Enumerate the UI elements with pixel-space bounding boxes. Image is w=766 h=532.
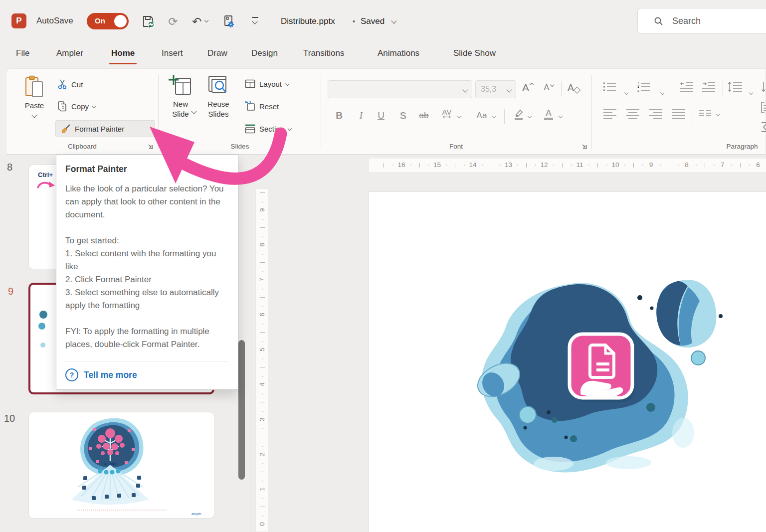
bullets-button[interactable] [603, 81, 616, 94]
bold-button[interactable]: B [332, 108, 347, 124]
thumbnail-scrollbar[interactable] [238, 340, 245, 480]
font-name-input[interactable] [328, 84, 435, 94]
align-right-button[interactable] [649, 109, 663, 122]
strikethrough-glyph: ab [419, 111, 429, 121]
h-ruler-number: 11 [574, 161, 586, 169]
text-shadow-button[interactable]: S [395, 108, 410, 124]
tab-slide-show[interactable]: Slide Show [453, 48, 496, 58]
copy-dropdown-chevron-icon[interactable] [92, 104, 96, 108]
convert-to-smartart-button[interactable] [761, 122, 766, 136]
line-spacing-button[interactable] [728, 81, 743, 94]
align-center-button[interactable] [626, 109, 640, 122]
undo-button[interactable]: ↶ [189, 13, 211, 30]
clear-formatting-button[interactable]: A [566, 80, 581, 96]
powerpoint-logo-icon[interactable]: P [11, 13, 26, 28]
tab-design[interactable]: Design [251, 48, 278, 58]
text-direction-button[interactable] [761, 81, 766, 95]
new-slide-button[interactable]: New Slide [165, 74, 196, 119]
slide-8-note: Ctrl+ [38, 171, 53, 178]
case-chevron-icon[interactable] [492, 114, 496, 118]
ruler-tick [535, 165, 536, 166]
strikethrough-button[interactable]: ab [416, 108, 431, 124]
tell-me-more-label: Tell me more [84, 370, 137, 380]
search-box[interactable] [637, 8, 766, 34]
redo-button[interactable]: ⟳ [165, 13, 182, 30]
slide-canvas[interactable] [369, 192, 766, 532]
v-ruler-number: 3 [258, 415, 266, 423]
h-ruler-number: 10 [609, 161, 622, 169]
ruler-tick [262, 254, 263, 255]
tell-me-more-link[interactable]: ? Tell me more [65, 368, 228, 381]
font-name-chevron-icon[interactable] [462, 87, 468, 92]
tab-insert[interactable]: Insert [162, 48, 183, 58]
font-size-input[interactable] [476, 84, 510, 94]
paste-button[interactable]: Paste [20, 75, 48, 117]
tab-animations[interactable]: Animations [378, 48, 419, 58]
autosave-toggle[interactable]: On [87, 13, 129, 29]
underline-button[interactable]: U [374, 108, 388, 124]
autosave-toggle-state: On [95, 16, 105, 25]
font-dialog-launcher-icon[interactable] [581, 143, 588, 150]
paragraph-group-label: Paragraph [700, 143, 766, 150]
columns-button[interactable] [699, 110, 712, 121]
copy-label: Copy [71, 102, 89, 111]
customize-qat-button[interactable] [246, 13, 263, 30]
save-status[interactable]: Saved [361, 16, 384, 26]
undo-dropdown-chevron-icon[interactable] [204, 18, 208, 22]
justify-icon [672, 109, 686, 120]
justify-button[interactable] [672, 109, 686, 122]
numbering-chevron-icon[interactable] [660, 91, 664, 95]
numbering-button[interactable] [637, 81, 650, 94]
save-button[interactable] [140, 13, 157, 30]
italic-button[interactable]: I [354, 108, 369, 124]
decrease-indent-button[interactable] [680, 81, 694, 94]
change-case-button[interactable]: Aa [474, 108, 489, 124]
tab-ampler[interactable]: Ampler [56, 48, 83, 58]
decrease-font-size-button[interactable]: A [541, 80, 556, 96]
align-left-button[interactable] [603, 109, 617, 122]
highlight-chevron-icon[interactable] [528, 114, 532, 118]
highlight-color-button[interactable] [511, 107, 526, 123]
h-ruler-number: 9 [645, 161, 658, 169]
customize-qat-icon [252, 17, 258, 18]
paste-dropdown-chevron-icon[interactable] [31, 112, 37, 118]
tab-file[interactable]: File [16, 48, 29, 58]
cut-button[interactable]: Cut [57, 77, 83, 92]
font-size-combo[interactable] [475, 80, 516, 98]
clear-formatting-glyph: A [568, 82, 574, 94]
layout-button[interactable]: Layout [245, 76, 289, 91]
ruler-tick [262, 289, 263, 290]
ruler-tick [696, 165, 697, 166]
new-slide-chevron-icon[interactable] [191, 108, 196, 114]
format-painter-button[interactable]: Format Painter [55, 120, 155, 137]
section-chevron-icon[interactable] [288, 127, 292, 131]
columns-chevron-icon[interactable] [716, 112, 720, 116]
title-separator: • [353, 17, 355, 25]
clipboard-dialog-launcher-icon[interactable] [147, 143, 154, 150]
align-text-button[interactable] [761, 102, 766, 116]
layout-chevron-icon[interactable] [285, 82, 289, 86]
spacing-chevron-icon[interactable] [457, 114, 461, 118]
font-color-button[interactable]: A [541, 107, 556, 123]
bullets-chevron-icon[interactable] [624, 91, 628, 95]
slide-thumbnail-10[interactable]: ampler ampler [28, 412, 214, 519]
character-spacing-button[interactable]: AV [439, 106, 454, 122]
section-button[interactable]: Section [245, 121, 291, 136]
tab-home[interactable]: Home [111, 48, 135, 58]
tab-transitions[interactable]: Transitions [303, 48, 345, 58]
tooltip-title: Format Painter [65, 164, 228, 175]
save-status-chevron-icon[interactable] [391, 18, 396, 23]
reuse-slides-button[interactable]: Reuse Slides [202, 74, 235, 119]
increase-indent-button[interactable] [702, 81, 716, 94]
font-name-combo[interactable] [328, 80, 472, 98]
reset-button[interactable]: Reset [245, 99, 279, 114]
ruler-tick [749, 165, 750, 166]
search-input[interactable] [671, 15, 748, 27]
document-title[interactable]: Distribute.pptx [281, 16, 335, 26]
slide-settings-button[interactable] [220, 13, 237, 30]
font-color-chevron-icon[interactable] [559, 114, 563, 118]
increase-font-size-button[interactable]: A [520, 80, 535, 96]
tab-draw[interactable]: Draw [207, 48, 227, 58]
layout-label: Layout [259, 80, 282, 88]
copy-button[interactable]: Copy [57, 99, 96, 114]
